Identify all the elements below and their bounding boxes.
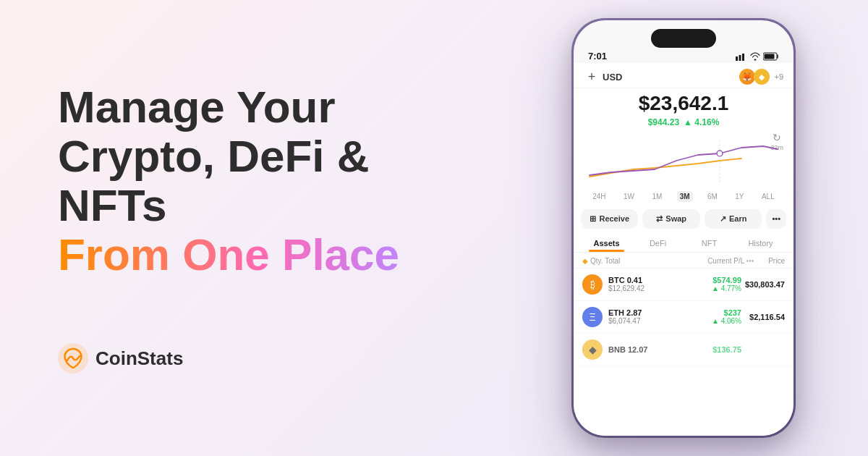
change-value: $944.23: [648, 117, 679, 127]
tab-assets[interactable]: Assets: [581, 233, 632, 252]
eth-pnl: $237 ▲ 4.06%: [702, 308, 741, 325]
swap-icon: ⇄: [656, 214, 663, 224]
tab-nft[interactable]: NFT: [684, 233, 735, 252]
btc-icon: ₿: [582, 274, 603, 295]
asset-row-bnb[interactable]: ◆ BNB 12.07 $136.75: [574, 334, 793, 366]
filter-24h[interactable]: 24H: [590, 191, 608, 202]
bnb-pnl: $136.75: [702, 345, 741, 354]
filter-1w[interactable]: 1W: [621, 191, 637, 202]
filter-6m[interactable]: 6M: [705, 191, 720, 202]
tabs-row: Assets DeFi NFT History: [574, 233, 793, 253]
battery-icon: [763, 52, 779, 61]
btc-pnl: $574.99 ▲ 4.77%: [702, 276, 741, 292]
bnb-icon: ◆: [582, 339, 603, 360]
col-pnl-label: Current P/L •••: [707, 257, 754, 265]
eth-pnl-amount: $237: [702, 308, 741, 317]
phone-inner: 7:01: [574, 20, 793, 436]
eth-pnl-percent: ▲ 4.06%: [702, 317, 741, 325]
btc-pnl-amount: $574.99: [702, 276, 741, 284]
eth-price: $2,116.54: [741, 313, 785, 321]
coinstats-logo-icon: [58, 343, 88, 373]
logo-section: CoinStats: [58, 343, 485, 373]
time-filters: 24H 1W 1M 3M 6M 1Y ALL: [574, 188, 793, 205]
eth-name: ETH 2.87: [608, 308, 702, 317]
btc-pnl-percent: ▲ 4.77%: [702, 284, 741, 292]
btc-value: $12,629.42: [608, 284, 702, 292]
swap-button[interactable]: ⇄ Swap: [642, 209, 699, 229]
change-percent: ▲ 4.16%: [684, 117, 719, 127]
btc-name: BTC 0.41: [608, 276, 702, 284]
right-section: 7:01: [521, 18, 868, 438]
signal-icon: [736, 52, 747, 61]
phone-mockup: 7:01: [571, 18, 796, 438]
headline-text: Manage Your Crypto, DeFi & NFTs From One…: [58, 83, 485, 280]
tab-history[interactable]: History: [735, 233, 786, 252]
action-buttons: ⊞ Receive ⇄ Swap ↗ Earn •••: [574, 205, 793, 233]
balance-change: $944.23 ▲ 4.16%: [584, 117, 783, 127]
wifi-icon: [750, 52, 760, 61]
col-qty-label: ◆ Qty. Total: [582, 257, 620, 265]
filter-1m[interactable]: 1M: [649, 191, 665, 202]
filter-3m[interactable]: 3M: [677, 191, 693, 202]
app-header: + USD 🦊 ◆ +9: [574, 63, 793, 88]
receive-button[interactable]: ⊞ Receive: [581, 209, 638, 229]
wallet-count: +9: [774, 72, 783, 81]
earn-button[interactable]: ↗ Earn: [705, 209, 762, 229]
more-icon: •••: [772, 214, 780, 223]
svg-rect-3: [742, 54, 744, 61]
status-bar: 7:01: [574, 48, 793, 63]
filter-1y[interactable]: 1Y: [732, 191, 746, 202]
svg-rect-5: [765, 54, 775, 59]
asset-row-eth[interactable]: Ξ ETH 2.87 $6,074.47 $237 ▲ 4.06% $2,116…: [574, 301, 793, 334]
svg-rect-1: [736, 56, 738, 61]
balance-section: $23,642.1 $944.23 ▲ 4.16% ↻ 32m: [574, 88, 793, 130]
left-section: Manage Your Crypto, DeFi & NFTs From One…: [0, 39, 521, 418]
logo-text: CoinStats: [95, 347, 183, 370]
eth-icon: Ξ: [582, 307, 603, 327]
phone-outer: 7:01: [571, 18, 796, 438]
asset-row-btc[interactable]: ₿ BTC 0.41 $12,629.42 $574.99 ▲ 4.77% $3…: [574, 269, 793, 301]
asset-table-header: ◆ Qty. Total Current P/L ••• Price: [574, 253, 793, 269]
status-icons: [736, 52, 779, 61]
binance-icon[interactable]: ◆: [754, 69, 770, 85]
chart-container: [574, 130, 793, 188]
eth-name-section: ETH 2.87 $6,074.47: [608, 308, 702, 325]
metamask-icon[interactable]: 🦊: [739, 69, 755, 85]
app-content: + USD 🦊 ◆ +9 $23,642.1: [574, 63, 793, 436]
headline-line1: Manage Your: [58, 82, 336, 132]
more-button[interactable]: •••: [766, 209, 786, 229]
svg-rect-2: [739, 55, 741, 61]
status-time: 7:01: [588, 51, 607, 62]
receive-icon: ⊞: [590, 214, 596, 224]
headline-line3: From One Place: [58, 229, 399, 279]
btc-price: $30,803.47: [741, 280, 785, 289]
filter-all[interactable]: ALL: [759, 191, 778, 202]
swap-label: Swap: [665, 214, 686, 223]
header-right: 🦊 ◆ +9: [739, 69, 783, 85]
btc-price-value: $30,803.47: [741, 280, 785, 289]
col-right-labels: Current P/L ••• Price: [707, 257, 785, 265]
eth-value: $6,074.47: [608, 317, 702, 325]
portfolio-chart: [581, 133, 786, 184]
dynamic-island: [651, 29, 716, 48]
bnb-pnl-amount: $136.75: [702, 345, 741, 354]
add-wallet-button[interactable]: +: [584, 69, 600, 85]
balance-amount: $23,642.1: [584, 93, 783, 115]
col-price-label: Price: [768, 257, 785, 265]
bnb-name: BNB 12.07: [608, 345, 702, 354]
earn-icon: ↗: [720, 214, 726, 224]
currency-label: USD: [603, 72, 622, 83]
header-left: + USD: [584, 69, 622, 85]
bnb-name-section: BNB 12.07: [608, 345, 702, 354]
receive-label: Receive: [599, 214, 629, 223]
earn-label: Earn: [729, 214, 746, 223]
eth-price-value: $2,116.54: [741, 313, 785, 321]
tab-defi[interactable]: DeFi: [632, 233, 684, 252]
btc-name-section: BTC 0.41 $12,629.42: [608, 276, 702, 292]
headline-line2: Crypto, DeFi & NFTs: [58, 131, 370, 230]
